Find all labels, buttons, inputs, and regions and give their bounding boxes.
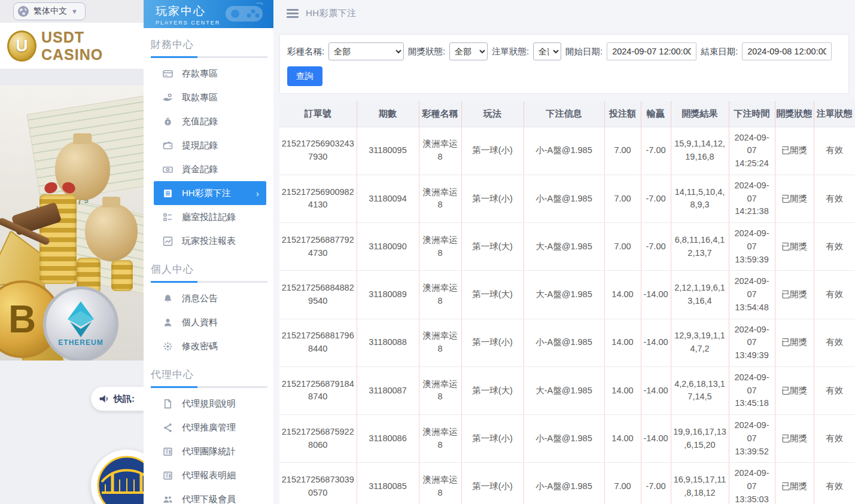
- cell-win-loss: -7.00: [641, 175, 671, 222]
- sidebar: 玩家中心 PLAYERS CENTER 財務中心存款專區取款專區充值記錄提現記錄…: [144, 0, 273, 504]
- cell-draw-result: 16,9,15,17,11,8,18,12: [671, 463, 729, 504]
- cell-play-type: 第一球(小): [461, 463, 524, 504]
- sidebar-item-agent-sub-members[interactable]: 代理下級會員: [144, 487, 273, 504]
- sidebar-item-player-bet-report[interactable]: 玩家投注報表: [144, 229, 273, 253]
- cell-bet-time: 2024-09-07 13:45:18: [729, 366, 775, 414]
- cell-bet-info: 大-A盤@1.985: [524, 366, 604, 414]
- col-header-win-loss: 輸贏: [641, 101, 671, 127]
- cell-draw-result: 12,9,3,19,1,14,7,2: [671, 319, 729, 366]
- cell-draw-result: 19,9,16,17,13,6,15,20: [671, 415, 729, 463]
- sidebar-item-agent-promotion[interactable]: 代理推廣管理: [144, 416, 273, 439]
- sidebar-item-announcements[interactable]: 消息公告: [144, 286, 273, 310]
- sidebar-header: 玩家中心 PLAYERS CENTER: [144, 0, 273, 28]
- cell-play-type: 第一球(大): [461, 366, 524, 414]
- cell-draw-result: 15,9,1,14,12,19,16,8: [671, 127, 729, 175]
- table-row: 215217256881796844031180088澳洲幸运8第一球(小)小-…: [279, 319, 855, 366]
- section-title: 個人中心: [151, 262, 273, 276]
- cell-bet-amount: 14.00: [604, 366, 641, 414]
- cell-period: 31180088: [357, 319, 419, 366]
- wallet-icon: [163, 140, 173, 151]
- end-date-input[interactable]: [742, 42, 832, 60]
- cell-bet-info: 小-A盤@1.985: [524, 175, 604, 222]
- cell-draw-status: 已開獎: [775, 127, 814, 175]
- money-bag: [85, 204, 138, 261]
- cell-draw-status: 已開獎: [775, 223, 814, 271]
- cell-win-loss: -14.00: [641, 271, 671, 319]
- sidebar-item-label: 代理報表明細: [182, 470, 236, 481]
- sidebar-item-withdraw-records[interactable]: 提現記錄: [144, 133, 273, 157]
- cell-draw-status: 已開獎: [775, 366, 814, 414]
- cell-play-type: 第一球(小): [461, 319, 524, 366]
- moneybag-icon: [163, 117, 173, 127]
- cell-order-no: 2152172568759228060: [279, 415, 357, 463]
- col-header-draw-status: 開獎狀態: [775, 101, 814, 127]
- cell-lottery-name: 澳洲幸运8: [419, 127, 461, 175]
- sidebar-item-label: 代理推廣管理: [182, 422, 236, 433]
- cell-bet-info: 小-A盤@1.985: [524, 319, 604, 366]
- site-logo[interactable]: U USDT CASINO: [0, 23, 144, 69]
- share-icon: [163, 423, 173, 433]
- ethereum-coin: ETHEREUM: [43, 286, 118, 361]
- cell-bet-time: 2024-09-07 13:54:48: [729, 271, 775, 319]
- cell-order-status: 有效: [814, 319, 855, 366]
- cell-order-no: 2152172569009824130: [279, 175, 357, 222]
- sidebar-item-recharge-records[interactable]: 充值記錄: [144, 109, 273, 133]
- sidebar-item-agent-report-details[interactable]: 代理報表明細: [144, 463, 273, 487]
- search-button[interactable]: 查詢: [287, 66, 322, 86]
- cell-order-status: 有效: [814, 366, 855, 414]
- start-date-input[interactable]: [607, 42, 696, 60]
- sidebar-item-label: 消息公告: [182, 293, 218, 304]
- cell-bet-time: 2024-09-07 14:25:24: [729, 127, 775, 175]
- sidebar-item-profile[interactable]: 個人資料: [144, 310, 273, 334]
- cell-lottery-name: 澳洲幸运8: [419, 415, 461, 463]
- col-header-play-type: 玩法: [461, 101, 524, 127]
- sidebar-item-room-bet-records[interactable]: 廳室投註記錄: [144, 205, 273, 229]
- draw-status-select[interactable]: 全部: [449, 42, 488, 60]
- col-header-period: 期數: [357, 101, 419, 127]
- user-icon: [163, 317, 173, 328]
- table-row: 215217256879184874031180087澳洲幸运8第一球(大)大-…: [279, 366, 855, 414]
- cell-play-type: 第一球(小): [461, 127, 524, 175]
- start-date-label: 開始日期:: [565, 46, 603, 57]
- lottery-name-select[interactable]: 全部: [328, 42, 404, 60]
- cell-draw-status: 已開獎: [775, 415, 814, 463]
- cell-order-status: 有效: [814, 127, 855, 175]
- cell-bet-time: 2024-09-07 13:35:03: [729, 463, 775, 504]
- cell-bet-amount: 14.00: [604, 319, 641, 366]
- sidebar-item-label: 代理團隊統計: [182, 446, 236, 457]
- language-selector[interactable]: 繁体中文 ▼: [13, 2, 86, 20]
- globe-icon: [17, 5, 29, 17]
- draw-status-label: 開獎狀態:: [408, 46, 445, 57]
- sidebar-item-label: 提現記錄: [182, 140, 218, 151]
- chevron-right-icon: ›: [256, 188, 259, 198]
- cell-lottery-name: 澳洲幸运8: [419, 463, 461, 504]
- gamepad-icon: [221, 2, 267, 26]
- sidebar-item-hh-lottery-bets[interactable]: HH彩票下注›: [154, 181, 266, 205]
- cell-order-no: 2152172568877924730: [279, 223, 357, 271]
- cell-bet-info: 小-A盤@1.985: [524, 415, 604, 463]
- sidebar-item-withdraw-area[interactable]: 取款專區: [144, 85, 273, 109]
- sidebar-item-label: 修改密碼: [182, 341, 218, 352]
- bet-list-icon: [163, 188, 173, 198]
- sidebar-item-label: 玩家投注報表: [182, 236, 236, 247]
- cell-draw-result: 4,2,6,18,13,17,14,5: [671, 366, 729, 414]
- col-header-bet-info: 下注信息: [524, 101, 604, 127]
- casino-site-background: 繁体中文 ▼ U USDT CASINO KB 46279: [0, 0, 144, 504]
- sidebar-item-change-password[interactable]: 修改密碼: [144, 334, 273, 358]
- sidebar-item-agent-team-stats[interactable]: 代理團隊統計: [144, 439, 273, 463]
- sidebar-item-fund-records[interactable]: 資金記錄: [144, 157, 273, 181]
- warriors-logo-icon: [97, 456, 144, 504]
- cell-bet-time: 2024-09-07 13:49:39: [729, 319, 775, 366]
- cell-order-no: 2152172568791848740: [279, 366, 357, 414]
- cell-period: 31180086: [357, 415, 419, 463]
- order-status-select[interactable]: 全部: [533, 42, 561, 60]
- section-title: 財務中心: [151, 38, 273, 51]
- cell-draw-result: 6,8,11,16,4,12,13,7: [671, 223, 729, 271]
- usdt-coin-icon: U: [7, 30, 36, 62]
- menu-toggle-icon[interactable]: [287, 9, 299, 18]
- sidebar-item-agent-rules[interactable]: 代理規則說明: [144, 392, 273, 416]
- card-icon: [163, 69, 173, 79]
- cell-draw-result: 2,12,1,19,6,13,16,4: [671, 271, 729, 319]
- sidebar-item-deposit-area[interactable]: 存款專區: [144, 62, 273, 85]
- news-ticker-label: 快訊:: [114, 393, 135, 405]
